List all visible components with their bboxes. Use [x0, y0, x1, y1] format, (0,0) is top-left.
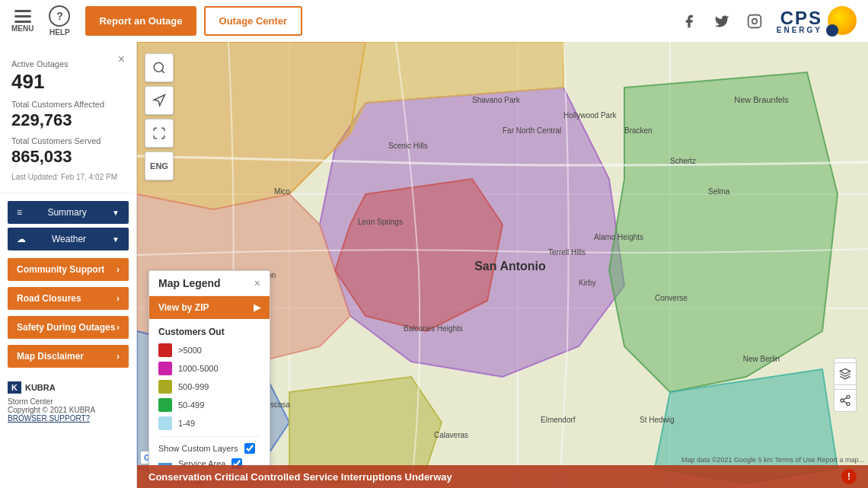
- nav-buttons: Community Support › Road Closures › Safe…: [0, 258, 136, 368]
- svg-text:Schertz: Schertz: [670, 157, 696, 165]
- total-customers-served-label: Total Customers Served: [11, 136, 125, 145]
- svg-text:Bracken: Bracken: [624, 126, 653, 135]
- view-by-zip-icon: ▶: [254, 302, 260, 313]
- legend-body: Customers Out >5000 1000-5000 500-999 50…: [149, 319, 270, 481]
- language-button[interactable]: ENG: [145, 152, 174, 180]
- community-support-button[interactable]: Community Support ›: [8, 258, 129, 281]
- instagram-icon[interactable]: [744, 11, 765, 32]
- svg-point-34: [847, 395, 850, 398]
- svg-marker-32: [154, 95, 164, 106]
- custom-layers-row: Show Custom Layers: [158, 443, 260, 454]
- layers-button[interactable]: [834, 362, 857, 385]
- svg-text:St Hedwig: St Hedwig: [640, 416, 675, 424]
- summary-dropdown[interactable]: ≡ Summary ▼: [8, 201, 129, 224]
- summary-arrow: ▼: [112, 209, 120, 217]
- twitter-icon[interactable]: [711, 11, 732, 32]
- last-updated-label: Last Updated:: [11, 173, 59, 181]
- svg-text:New Braunfels: New Braunfels: [734, 95, 789, 104]
- sidebar: × Active Outages 491 Total Customers Aff…: [0, 42, 137, 488]
- safety-during-outages-button[interactable]: Safety During Outages ›: [8, 316, 129, 339]
- safety-chevron: ›: [116, 322, 120, 333]
- svg-text:Terrell Hills: Terrell Hills: [548, 248, 586, 257]
- legend-swatch-gt5000: [158, 343, 172, 357]
- legend-label-50-499: 50-499: [178, 400, 204, 410]
- customers-out-title: Customers Out: [158, 327, 260, 337]
- header-left: MENU ? HELP Report an Outage Outage Cent…: [11, 5, 302, 37]
- header: MENU ? HELP Report an Outage Outage Cent…: [0, 0, 868, 42]
- custom-layers-checkbox[interactable]: [244, 443, 255, 454]
- report-outage-button[interactable]: Report an Outage: [85, 6, 196, 36]
- search-button[interactable]: [145, 53, 174, 82]
- legend-label-1000-5000: 1000-5000: [178, 364, 219, 373]
- svg-rect-0: [748, 14, 761, 27]
- info-panel: × Active Outages 491 Total Customers Aff…: [0, 42, 136, 193]
- layers-icon: [839, 368, 851, 380]
- weather-icon: ☁: [17, 234, 26, 244]
- cps-logo: CPS ENERGY: [777, 6, 857, 37]
- svg-text:Calaveras: Calaveras: [434, 431, 468, 439]
- road-closures-label: Road Closures: [17, 293, 81, 304]
- map-disclaimer-chevron: ›: [116, 351, 120, 362]
- svg-text:Mico: Mico: [274, 187, 291, 196]
- header-buttons: Report an Outage Outage Center: [85, 6, 302, 36]
- legend-divider: [158, 436, 260, 437]
- legend-label-500-999: 500-999: [178, 382, 209, 391]
- svg-text:Scenic Hills: Scenic Hills: [388, 142, 428, 150]
- gps-button[interactable]: [145, 86, 174, 115]
- weather-dropdown[interactable]: ☁ Weather ▼: [8, 228, 129, 250]
- menu-button[interactable]: MENU: [11, 10, 34, 33]
- help-label: HELP: [49, 28, 70, 37]
- legend-item-1-49: 1-49: [158, 416, 260, 430]
- road-closures-chevron: ›: [116, 293, 120, 304]
- legend-swatch-50-499: [158, 398, 172, 412]
- active-outages-value: 491: [11, 70, 125, 94]
- legend-item-gt5000: >5000: [158, 343, 260, 357]
- fullscreen-button[interactable]: [145, 119, 174, 148]
- kubra-name: KUBRA: [25, 383, 56, 392]
- facebook-icon[interactable]: [678, 11, 700, 32]
- share-icon: [839, 394, 851, 407]
- legend-label-gt5000: >5000: [178, 346, 202, 355]
- svg-text:Hollywood Park: Hollywood Park: [563, 111, 617, 120]
- community-support-chevron: ›: [116, 264, 120, 275]
- svg-point-30: [154, 62, 163, 72]
- share-button[interactable]: [834, 389, 857, 412]
- legend-swatch-1-49: [158, 416, 172, 430]
- banner-alert-icon: !: [841, 469, 857, 484]
- legend-item-500-999: 500-999: [158, 380, 260, 394]
- last-updated: Last Updated: Feb 17, 4:02 PM: [11, 173, 125, 181]
- close-button[interactable]: ×: [118, 53, 125, 65]
- legend-label-1-49: 1-49: [178, 419, 195, 428]
- legend-item-1000-5000: 1000-5000: [158, 362, 260, 375]
- svg-line-31: [161, 70, 164, 72]
- svg-text:Kirby: Kirby: [579, 279, 596, 287]
- kubra-footer: K KUBRA Storm Center Copyright © 2021 KU…: [0, 374, 136, 430]
- community-support-label: Community Support: [17, 264, 104, 275]
- svg-text:Converse: Converse: [655, 294, 688, 302]
- custom-layers-label: Show Custom Layers: [158, 444, 238, 453]
- weather-label: Weather: [52, 234, 86, 244]
- legend-swatch-1000-5000: [158, 362, 172, 375]
- summary-icon: ≡: [17, 207, 22, 218]
- legend-close-button[interactable]: ×: [254, 277, 260, 289]
- road-closures-button[interactable]: Road Closures ›: [8, 287, 129, 310]
- view-by-zip-button[interactable]: View by ZIP ▶: [149, 296, 270, 319]
- search-icon: [152, 61, 166, 75]
- kubra-logo: K KUBRA: [8, 381, 129, 394]
- banner-text: Conservation Critical Controlled Service…: [148, 471, 452, 483]
- browser-support-link[interactable]: BROWSER SUPPORT?: [8, 414, 90, 423]
- svg-line-37: [844, 401, 847, 403]
- menu-icon: [14, 10, 31, 23]
- help-button[interactable]: ? HELP: [49, 5, 70, 37]
- svg-text:Shavano Park: Shavano Park: [472, 96, 521, 104]
- active-outages-label: Active Outages: [11, 59, 125, 69]
- svg-marker-33: [840, 368, 850, 374]
- view-by-zip-label: View by ZIP: [158, 302, 209, 313]
- total-customers-affected-value: 229,763: [11, 110, 125, 130]
- header-right: CPS ENERGY: [678, 6, 857, 37]
- outage-center-button[interactable]: Outage Center: [204, 6, 303, 36]
- map-attribution: Map data ©2021 Google 5 km Terms of Use …: [681, 456, 864, 464]
- legend-title: Map Legend: [158, 277, 221, 289]
- map-disclaimer-button[interactable]: Map Disclaimer ›: [8, 345, 129, 368]
- svg-line-38: [844, 397, 847, 400]
